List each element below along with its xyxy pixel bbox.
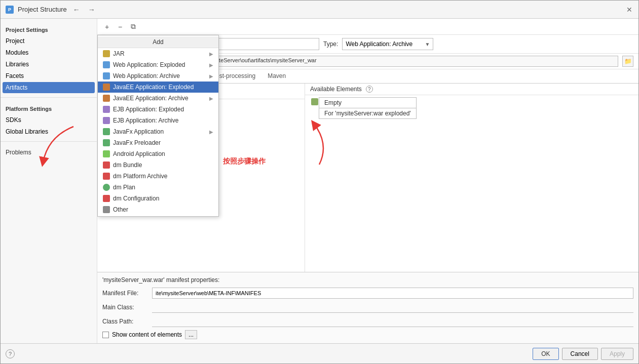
window-title: Project Structure bbox=[18, 6, 67, 13]
menu-item-javafx[interactable]: JavaFx Application ▶ bbox=[98, 126, 218, 137]
fx-preloader-icon bbox=[103, 139, 110, 146]
dm-platform-icon bbox=[103, 173, 110, 180]
main-class-label: Main Class: bbox=[102, 304, 148, 311]
forward-button[interactable]: → bbox=[86, 4, 97, 15]
menu-item-other[interactable]: Other bbox=[98, 204, 218, 215]
title-bar-left: P Project Structure ← → bbox=[6, 4, 97, 15]
tooltip-menu: Empty For 'mysiteServer:war exploded' bbox=[319, 97, 417, 119]
add-dropdown: Add JAR ▶ Web Application: Exploded ▶ bbox=[97, 35, 219, 217]
dm-config-icon bbox=[103, 195, 110, 202]
artifacts-toolbar: + − ⧉ Add JAR ▶ Web Application bbox=[97, 19, 638, 35]
web-archive-icon bbox=[103, 72, 110, 79]
app-icon: P bbox=[6, 6, 14, 14]
show-content-label: Show content of elements bbox=[112, 331, 182, 338]
dm-plan-icon bbox=[103, 184, 110, 191]
browse-folder-button[interactable]: 📁 bbox=[622, 56, 633, 67]
menu-item-dm-plan[interactable]: dm Plan bbox=[98, 182, 218, 193]
footer: ? OK Cancel Apply bbox=[1, 343, 638, 363]
available-elements-header: Available Elements ? bbox=[305, 84, 638, 95]
main-class-input[interactable] bbox=[152, 302, 633, 313]
cancel-button[interactable]: Cancel bbox=[562, 348, 598, 360]
help-button[interactable]: ? bbox=[6, 349, 15, 358]
show-content-checkbox[interactable] bbox=[102, 332, 109, 338]
android-icon bbox=[103, 150, 110, 157]
tooltip-for-war-exploded[interactable]: For 'mysiteServer:war exploded' bbox=[319, 108, 417, 119]
platform-settings-title: Platform Settings bbox=[1, 102, 97, 114]
class-path-input[interactable] bbox=[152, 316, 633, 327]
menu-item-web-exploded[interactable]: Web Application: Exploded ▶ bbox=[98, 59, 218, 70]
arrow-icon: ▶ bbox=[209, 129, 213, 135]
menu-item-dm-config[interactable]: dm Configuration bbox=[98, 193, 218, 204]
available-help-icon[interactable]: ? bbox=[366, 86, 373, 93]
sidebar-item-project[interactable]: Project bbox=[3, 35, 95, 47]
sidebar-item-global-libraries[interactable]: Global Libraries bbox=[3, 126, 95, 137]
menu-item-ejb-archive[interactable]: EJB Application: Archive bbox=[98, 115, 218, 126]
type-select-value: Web Application: Archive bbox=[346, 41, 412, 48]
project-structure-window: P Project Structure ← → ✕ Project Settin… bbox=[0, 0, 639, 364]
manifest-file-row: Manifest File: bbox=[102, 288, 633, 299]
type-select[interactable]: Web Application: Archive ▼ bbox=[342, 38, 433, 50]
right-panel: + − ⧉ Add JAR ▶ Web Application bbox=[97, 19, 638, 343]
project-settings-title: Project Settings bbox=[1, 23, 97, 35]
apply-button[interactable]: Apply bbox=[601, 348, 633, 360]
jar-icon bbox=[103, 50, 110, 57]
copy-artifact-button[interactable]: ⧉ bbox=[128, 21, 139, 32]
dots-button[interactable]: ... bbox=[185, 330, 197, 339]
menu-item-dm-bundle[interactable]: dm Bundle bbox=[98, 159, 218, 171]
available-elements-title: Available Elements bbox=[310, 86, 362, 93]
tooltip-empty[interactable]: Empty bbox=[319, 97, 417, 108]
ee-archive-icon bbox=[103, 95, 110, 102]
type-label: Type: bbox=[323, 41, 338, 48]
class-path-label: Class Path: bbox=[102, 318, 148, 325]
title-bar: P Project Structure ← → ✕ bbox=[1, 1, 638, 19]
other-icon bbox=[103, 206, 110, 213]
menu-item-javafx-preloader[interactable]: JavaFx Preloader bbox=[98, 137, 218, 148]
ok-button[interactable]: OK bbox=[533, 348, 558, 360]
menu-item-jar[interactable]: JAR ▶ bbox=[98, 48, 218, 59]
dropdown-menu: Add JAR ▶ Web Application: Exploded ▶ bbox=[97, 35, 219, 217]
module-icon bbox=[311, 98, 318, 105]
main-content: Project Settings Project Modules Librari… bbox=[1, 19, 638, 343]
menu-item-ejb-exploded[interactable]: EJB Application: Exploded bbox=[98, 104, 218, 115]
menu-item-javaee-exploded[interactable]: JavaEE Application: Exploded bbox=[98, 82, 218, 93]
tab-maven[interactable]: Maven bbox=[261, 70, 292, 83]
class-path-row: Class Path: bbox=[102, 316, 633, 327]
manifest-panel: 'mysiteServer_war.war' manifest properti… bbox=[97, 272, 638, 343]
ee-exploded-icon bbox=[103, 84, 110, 91]
menu-item-javaee-archive[interactable]: JavaEE Application: Archive ▶ bbox=[98, 93, 218, 104]
menu-item-web-archive[interactable]: Web Application: Archive ▶ bbox=[98, 70, 218, 82]
sidebar-divider-2 bbox=[1, 141, 97, 142]
sidebar-divider bbox=[1, 97, 97, 98]
back-button[interactable]: ← bbox=[71, 4, 82, 15]
dropdown-arrow-icon: ▼ bbox=[425, 42, 430, 47]
manifest-file-label: Manifest File: bbox=[102, 290, 148, 297]
footer-buttons: OK Cancel Apply bbox=[533, 348, 633, 360]
arrow-icon: ▶ bbox=[209, 96, 213, 101]
add-artifact-button[interactable]: + bbox=[101, 21, 112, 32]
show-content-row: Show content of elements ... bbox=[102, 330, 633, 339]
dropdown-header: Add bbox=[98, 36, 218, 48]
arrow-icon: ▶ bbox=[209, 73, 213, 79]
sidebar: Project Settings Project Modules Librari… bbox=[1, 19, 97, 343]
menu-item-dm-platform[interactable]: dm Platform Archive bbox=[98, 171, 218, 182]
menu-item-android[interactable]: Android Application bbox=[98, 148, 218, 159]
arrow-icon: ▶ bbox=[209, 62, 213, 68]
fx-icon bbox=[103, 128, 110, 135]
footer-left: ? bbox=[6, 349, 15, 358]
sidebar-item-sdks[interactable]: SDKs bbox=[3, 114, 95, 126]
close-button[interactable]: ✕ bbox=[625, 6, 633, 14]
main-class-row: Main Class: bbox=[102, 302, 633, 313]
sidebar-item-artifacts[interactable]: Artifacts bbox=[3, 82, 95, 93]
remove-artifact-button[interactable]: − bbox=[115, 21, 126, 32]
sidebar-item-facets[interactable]: Facets bbox=[3, 70, 95, 82]
manifest-title: 'mysiteServer_war.war' manifest properti… bbox=[102, 276, 633, 284]
web-icon bbox=[103, 61, 110, 68]
manifest-file-input[interactable] bbox=[152, 288, 633, 299]
sidebar-item-libraries[interactable]: Libraries bbox=[3, 59, 95, 70]
sidebar-item-modules[interactable]: Modules bbox=[3, 47, 95, 58]
sidebar-item-problems[interactable]: Problems bbox=[1, 146, 97, 159]
ejb-exploded-icon bbox=[103, 106, 110, 113]
arrow-icon: ▶ bbox=[209, 51, 213, 57]
ejb-archive-icon bbox=[103, 117, 110, 124]
dm-bundle-icon bbox=[103, 161, 110, 169]
